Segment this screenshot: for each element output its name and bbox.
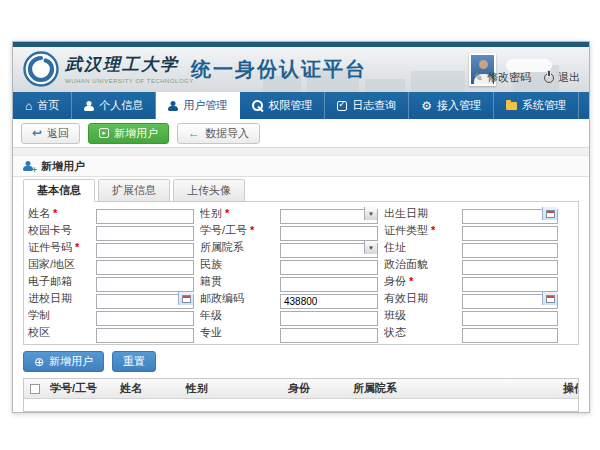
gender-dropdown-button[interactable]: ▼ [364, 207, 377, 220]
schooling-length-input[interactable] [96, 311, 194, 326]
address-field [462, 240, 558, 255]
address-input[interactable] [462, 243, 558, 258]
nav-item-home[interactable]: ⌂首页 [13, 92, 72, 119]
add-user-toolbar-button[interactable]: ▸ 新增用户 [88, 123, 169, 144]
nav-item-log-query[interactable]: 日志查询 [325, 92, 409, 119]
address-label: 住址 [384, 240, 456, 255]
country-region-label: 国家/地区 [28, 257, 90, 272]
nav-item-permission-management[interactable]: 权限管理 [240, 92, 325, 119]
campus-input[interactable] [96, 328, 194, 343]
student-staff-no-label: 学号/工号* [200, 223, 274, 238]
campus-card-no-input[interactable] [96, 226, 194, 241]
entry-date-calendar-button[interactable] [178, 292, 193, 305]
table-header-row: 学号/工号姓名性别身份所属院系操作 [24, 379, 578, 399]
platform-title: 统一身份认证平台 [191, 56, 367, 83]
logout-link[interactable]: 退出 [544, 70, 580, 85]
calendar-icon [182, 295, 191, 303]
table-header-0: 学号/工号 [46, 381, 116, 396]
nav-item-system-management[interactable]: 系统管理 [494, 92, 579, 119]
entry-date-field [96, 291, 194, 306]
department-field: ▼ [280, 240, 378, 255]
major-input[interactable] [280, 328, 378, 343]
pencil-icon: ✎ [474, 71, 483, 84]
id-type-label: 证件类型* [384, 223, 456, 238]
table-body-empty [24, 399, 578, 411]
calendar-icon [546, 295, 555, 303]
home-icon: ⌂ [25, 101, 32, 111]
person-icon [84, 101, 94, 111]
native-place-input[interactable] [280, 277, 378, 292]
country-region-input[interactable] [96, 260, 194, 275]
add-user-toolbar-label: 新增用户 [114, 126, 158, 141]
form-tabs: 基本信息 扩展信息 上传头像 [13, 177, 589, 201]
select-all-checkbox[interactable] [30, 384, 40, 394]
entry-date-label: 进校日期 [28, 291, 90, 306]
app-window: 武汉理工大学 WUHAN UNIVERSITY OF TECHNOLOGY 统一… [12, 41, 590, 413]
data-import-label: 数据导入 [205, 126, 249, 141]
form-actions: ⊕ 新增用户 重置 [23, 351, 579, 372]
political-status-input[interactable] [462, 260, 558, 275]
nav-item-subscription-management[interactable]: 订阅管理 [579, 92, 590, 119]
folder-icon [506, 102, 517, 110]
email-input[interactable] [96, 277, 194, 292]
person-icon [168, 101, 178, 111]
ethnicity-input[interactable] [280, 260, 378, 275]
avatar-head [479, 60, 488, 69]
university-logo [23, 51, 59, 87]
id-type-input[interactable] [462, 226, 558, 241]
identity-label: 身份* [384, 274, 456, 289]
tab-basic-info[interactable]: 基本信息 [23, 179, 95, 202]
back-label: 返回 [47, 126, 69, 141]
reset-label: 重置 [123, 354, 145, 369]
table-header-4: 所属院系 [349, 381, 559, 396]
email-label: 电子邮箱 [28, 274, 90, 289]
data-import-button[interactable]: ← 数据导入 [177, 123, 260, 144]
identity-input[interactable] [462, 277, 558, 292]
country-region-field [96, 257, 194, 272]
divider-band [13, 147, 589, 156]
university-name-en: WUHAN UNIVERSITY OF TECHNOLOGY [65, 78, 194, 84]
schooling-length-field [96, 308, 194, 323]
valid-date-field [462, 291, 558, 306]
table-header-2: 性别 [182, 381, 284, 396]
name-field [96, 206, 194, 221]
table-checkbox-cell [24, 384, 46, 394]
status-input[interactable] [462, 328, 558, 343]
department-label: 所属院系 [200, 240, 274, 255]
nav-item-user-management[interactable]: 用户管理 [156, 92, 240, 119]
nav-item-personal-info[interactable]: 个人信息 [72, 92, 156, 119]
gear-icon: ⚙ [421, 101, 432, 111]
nav-item-access-management[interactable]: ⚙接入管理 [409, 92, 494, 119]
university-name-cn: 武汉理工大学 [65, 53, 194, 76]
class-input[interactable] [462, 311, 558, 326]
nav-label-permission-management: 权限管理 [268, 98, 312, 113]
id-number-input[interactable] [96, 243, 194, 258]
add-user-submit-button[interactable]: ⊕ 新增用户 [23, 351, 104, 372]
nav-label-access-management: 接入管理 [437, 98, 481, 113]
grade-field [280, 308, 378, 323]
calendar-icon [546, 210, 555, 218]
student-staff-no-input[interactable] [280, 226, 378, 241]
main-nav: ⌂首页个人信息用户管理权限管理日志查询⚙接入管理系统管理订阅管理 [13, 92, 589, 119]
required-asterisk: * [250, 224, 254, 236]
change-password-link[interactable]: ✎ 修改密码 [474, 70, 531, 85]
name-input[interactable] [96, 209, 194, 224]
grade-input[interactable] [280, 311, 378, 326]
class-field [462, 308, 558, 323]
valid-date-calendar-button[interactable] [542, 292, 557, 305]
section-header: + 新增用户 [13, 156, 589, 177]
email-field [96, 274, 194, 289]
back-button[interactable]: ↩ 返回 [21, 123, 80, 144]
id-type-field [462, 223, 558, 238]
tab-upload-avatar[interactable]: 上传头像 [173, 179, 245, 202]
birth-date-calendar-button[interactable] [542, 207, 557, 220]
required-asterisk: * [75, 241, 79, 253]
table-header-5: 操作 [559, 381, 578, 396]
change-password-label: 修改密码 [487, 70, 531, 85]
department-dropdown-button[interactable]: ▼ [364, 241, 377, 254]
tab-extended-info[interactable]: 扩展信息 [98, 179, 170, 202]
section-title: 新增用户 [41, 159, 85, 174]
reset-button[interactable]: 重置 [112, 351, 156, 372]
skyline-decoration [365, 79, 405, 92]
postal-code-input[interactable] [280, 294, 378, 309]
